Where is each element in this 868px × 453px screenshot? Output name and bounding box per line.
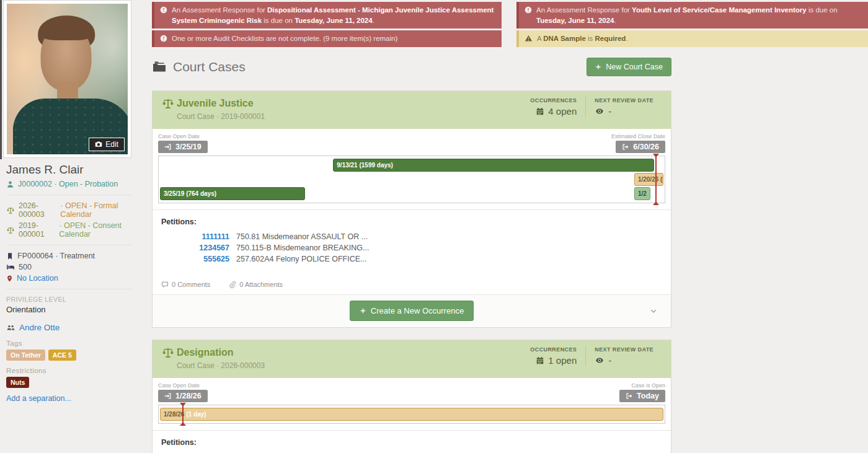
card-header: Designation Court Case · 2026-000003 OCC… <box>153 340 671 378</box>
scales-icon <box>6 226 15 234</box>
client-name: James R. Clair <box>0 163 149 177</box>
comments-link[interactable]: 0 Comments <box>161 281 210 288</box>
case-open-date-badge: 3/25/19 <box>158 141 208 153</box>
restriction-badge: Nuts <box>6 377 29 388</box>
timeline-track: 1/28/26 (1 day) <box>158 405 665 424</box>
calendar-icon <box>536 107 544 116</box>
scales-icon <box>6 206 15 214</box>
edit-photo-button[interactable]: Edit <box>89 138 125 151</box>
timeline-track: 9/13/21 (1599 days) 1/20/26 (9 d 3/25/19… <box>158 156 665 203</box>
plus-icon <box>595 64 601 70</box>
worker-line[interactable]: Andre Otte <box>0 322 149 333</box>
page-title: Court Cases <box>152 59 246 74</box>
card-stats: OCCURRENCES 4 open NEXT REVIEW DATE <box>521 97 662 121</box>
circle-exclamation-icon <box>160 35 167 44</box>
court-case-number: 2026-000003 <box>19 201 56 219</box>
new-court-case-label: New Court Case <box>606 63 663 71</box>
divider <box>6 245 133 245</box>
alert-text: A DNA Sample is Required. <box>537 33 628 44</box>
attachments-label: 0 Attachments <box>239 281 283 288</box>
timeline-section: Case Open Date 3/25/19 Estimated Close D… <box>153 129 671 210</box>
alert-audit-checklists: One or more Audit Checklists are not com… <box>152 30 502 47</box>
profile-photo-card: Edit <box>3 0 131 158</box>
occurrences-value-row: 4 open <box>530 106 577 117</box>
edit-photo-label: Edit <box>105 140 118 149</box>
tags-label: Tags <box>0 340 149 347</box>
occurrences-value: 4 open <box>548 106 577 117</box>
divider <box>6 195 133 195</box>
alerts-area: An Assessment Response for Dispositional… <box>149 0 868 47</box>
petitions-title: Petitions: <box>161 438 662 447</box>
next-review-value: - <box>608 106 611 117</box>
section-title-row: Court Cases New Court Case <box>152 58 671 76</box>
location-line[interactable]: No Location <box>0 273 149 284</box>
location-pin-icon <box>6 275 13 283</box>
folder-icon <box>152 61 167 73</box>
scales-icon <box>161 346 175 359</box>
circle-exclamation-icon <box>525 6 532 25</box>
client-sidebar: Edit James R. Clair J0000002 · Open - Pr… <box>0 0 149 453</box>
case-open-date: Case Open Date 1/28/26 <box>158 382 208 402</box>
case-open-date-value: 3/25/19 <box>175 143 202 151</box>
eye-icon[interactable] <box>595 107 604 115</box>
timeline-bar: 1/28/26 (1 day) <box>160 408 663 421</box>
petition-number-link[interactable]: 555625 <box>161 255 229 263</box>
timeline-bar: 1/20/26 (9 d <box>634 173 663 186</box>
circle-exclamation-icon <box>160 6 167 25</box>
case-is-open-label: Case is Open <box>619 382 665 389</box>
petition-number-link[interactable]: 1111111 <box>161 232 229 241</box>
create-occurrence-button[interactable]: Create a New Occurrence <box>350 301 474 321</box>
attachments-link[interactable]: 0 Attachments <box>229 281 283 288</box>
eye-icon[interactable] <box>595 356 604 364</box>
sign-in-icon <box>164 392 172 400</box>
next-review-label: NEXT REVIEW DATE <box>595 97 653 103</box>
timeline-head: Case Open Date 1/28/26 Case is Open Toda… <box>158 382 665 405</box>
timeline-bar-duration: (1 day) <box>186 411 206 418</box>
tag-badge: ACE 5 <box>48 350 76 361</box>
bed-icon <box>6 263 15 271</box>
sidebar-court-case-1[interactable]: 2026-000003 · OPEN - Formal Calendar <box>0 200 149 220</box>
photo-fringe <box>40 22 93 40</box>
timeline-bar-label: 1/2 <box>638 190 647 197</box>
card-header-left: Juvenile Justice Court Case · 2019-00000… <box>161 97 265 121</box>
occurrences-value: 1 open <box>548 355 577 366</box>
timeline-bar-label: 1/20/26 (9 d <box>638 176 663 183</box>
occurrences-label: OCCURRENCES <box>530 97 577 103</box>
sign-in-icon <box>164 143 172 151</box>
new-court-case-button[interactable]: New Court Case <box>587 58 671 76</box>
court-case-status: · OPEN - Consent Calendar <box>59 221 136 239</box>
card-footer: Create a New Occurrence <box>153 294 671 327</box>
card-header-left: Designation Court Case · 2026-000003 <box>161 346 265 370</box>
occurrences-label: OCCURRENCES <box>530 346 577 353</box>
chevron-down-icon[interactable] <box>649 307 658 315</box>
card-title-row: Designation <box>161 346 265 359</box>
petitions-section: Petitions: 552562215 750.550 Misdemeanor… <box>153 431 671 453</box>
card-stats: OCCURRENCES 1 open NEXT REVIEW DATE <box>521 346 662 370</box>
estimated-close-date-value: 6/30/26 <box>633 143 659 151</box>
petition-description: 750.81 Misdemeanor ASSAULT OR ... <box>236 232 368 241</box>
card-meta-row: 0 Comments 0 Attachments <box>161 281 662 288</box>
warning-triangle-icon <box>525 35 533 44</box>
estimated-close-date-badge: 6/30/26 <box>616 141 665 153</box>
app-window: Edit James R. Clair J0000002 · Open - Pr… <box>0 0 868 453</box>
petitions-section: Petitions: 1111111 750.81 Misdemeanor AS… <box>153 210 671 294</box>
page-title-label: Court Cases <box>173 59 246 74</box>
sidebar-court-case-2[interactable]: 2019-000001 · OPEN - Consent Calendar <box>0 220 149 240</box>
court-cases-section: Court Cases New Court Case Juvenile <box>152 58 671 453</box>
privilege-level-label: PRIVILEGE LEVEL <box>0 296 149 303</box>
next-review-label: NEXT REVIEW DATE <box>595 346 653 353</box>
next-review-value-row: - <box>595 355 653 366</box>
case-open-date: Case Open Date 3/25/19 <box>158 133 208 153</box>
timeline-bar-label: 3/25/19 (764 days) <box>164 190 216 197</box>
person-icon <box>6 180 14 188</box>
timeline-bar: 3/25/19 (764 days) <box>160 187 305 200</box>
timeline-row: 1/20/26 (9 d <box>160 173 663 186</box>
court-case-number: 2019-000001 <box>19 221 55 239</box>
add-separation-line[interactable]: Add a separation... <box>0 393 149 404</box>
petition-number-link[interactable]: 1234567 <box>161 244 229 252</box>
alert-text: An Assessment Response for Dispositional… <box>172 5 496 25</box>
case-open-date-value: 1/28/26 <box>175 392 202 400</box>
card-title: Juvenile Justice <box>177 98 254 109</box>
tags-row: On Tether ACE 5 <box>0 350 149 361</box>
client-id-status: J0000002 · Open - Probation <box>0 178 149 190</box>
